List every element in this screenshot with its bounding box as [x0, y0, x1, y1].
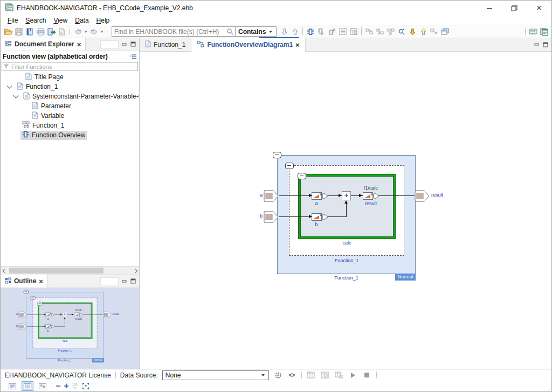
restore-button[interactable]	[502, 1, 527, 16]
page-icon	[32, 111, 38, 121]
search-up-icon[interactable]	[289, 26, 300, 37]
outline-maximize-icon[interactable]	[129, 278, 137, 285]
data-source-dropdown[interactable]: None	[162, 370, 269, 380]
new-window-icon[interactable]	[439, 26, 450, 37]
explorer-close-icon[interactable]: ×	[77, 41, 81, 48]
explorer-minimize-icon[interactable]	[120, 41, 128, 48]
function-diagram-icon: cd	[22, 121, 30, 130]
search-down-icon[interactable]	[279, 26, 289, 37]
open-file-icon[interactable]	[3, 26, 13, 37]
back-icon[interactable]	[72, 26, 83, 37]
function-overview-icon[interactable]	[305, 26, 316, 37]
about-icon[interactable]	[539, 26, 549, 37]
scroll-right-icon[interactable]	[131, 267, 139, 275]
back-history-caret[interactable]	[84, 31, 87, 33]
collapse-function-button[interactable]	[285, 163, 294, 169]
minimize-button[interactable]	[477, 1, 502, 16]
search-input[interactable]	[112, 27, 224, 36]
status-bar: EHANDBOOK_NAVIGATOR License Data Source:…	[1, 369, 551, 391]
outline-close-icon[interactable]: ×	[39, 278, 43, 285]
scroll-left-icon[interactable]	[1, 267, 9, 275]
list-view-icon[interactable]	[337, 26, 348, 37]
wire-b-vertical	[65, 318, 65, 326]
tab-function-overview-diagram1[interactable]: FunctionOverviewDiagram1 ×	[191, 38, 305, 52]
adder-block[interactable]: +	[342, 191, 351, 200]
tree-item-title-page[interactable]: Title Page	[1, 72, 139, 82]
save-icon[interactable]	[13, 26, 24, 37]
fit-to-view-icon[interactable]	[81, 381, 91, 391]
tree-item-function-overview[interactable]: Function Overview	[1, 130, 139, 140]
menu-search[interactable]: Search	[22, 17, 50, 24]
diagram-canvas[interactable]: + a b result a b /1/calc result calc Fun…	[140, 52, 551, 369]
chevron-down-icon[interactable]	[13, 93, 19, 99]
chevron-down-icon[interactable]	[7, 83, 12, 89]
table-view-icon[interactable]	[348, 26, 359, 37]
zoom-out-button[interactable]: −	[56, 381, 60, 391]
chip-up-icon[interactable]	[327, 26, 337, 37]
diagram-export-icon[interactable]	[429, 26, 439, 37]
dataset-compare-icon[interactable]	[320, 370, 330, 380]
collapse-module-button[interactable]	[273, 152, 281, 158]
handbook-icon[interactable]	[24, 26, 35, 37]
view-menu-icon[interactable]	[129, 53, 137, 60]
tab-document-explorer[interactable]: Document Explorer ×	[1, 38, 86, 51]
editor-maximize-icon[interactable]	[542, 41, 549, 48]
play-icon[interactable]	[348, 370, 358, 380]
outline-content[interactable]: + a b result a b /1/calc result calc Fun…	[1, 288, 139, 369]
diagram-jump-icon[interactable]	[385, 26, 396, 37]
tree-item-variable[interactable]: Variable	[1, 111, 139, 121]
single-page-view-icon[interactable]	[6, 381, 18, 391]
zoom-in-button[interactable]: +	[64, 381, 68, 391]
stop-icon[interactable]	[362, 370, 372, 380]
diagram-prev-icon[interactable]	[364, 26, 375, 37]
collapse-module-button[interactable]	[24, 290, 29, 294]
collapse-subsystem-button[interactable]	[38, 302, 43, 306]
dataset-export-icon[interactable]	[334, 370, 344, 380]
pdf-export-icon[interactable]: A	[57, 26, 67, 37]
tree-item-systemconstant[interactable]: Systemconstant-Parameter-Variable-Cl	[1, 92, 139, 101]
explorer-hscrollbar[interactable]	[1, 266, 139, 275]
tree-item-parameter[interactable]: Parameter	[1, 101, 139, 111]
subsystem-box[interactable]	[299, 174, 395, 239]
tree-item-function-1-diagram[interactable]: cdFunction_1	[1, 121, 139, 130]
tab-outline[interactable]: Outline ×	[1, 275, 48, 288]
tree-label: Parameter	[41, 102, 71, 110]
chip-down-icon[interactable]	[316, 26, 327, 37]
pin-diagram-icon[interactable]	[396, 26, 407, 37]
search-icon[interactable]	[224, 26, 235, 37]
export-icon[interactable]	[46, 26, 57, 37]
import-down-icon[interactable]	[407, 26, 418, 37]
gear-icon[interactable]	[273, 370, 283, 380]
tab-close-icon[interactable]: ×	[295, 41, 300, 48]
outline-minimize-icon[interactable]	[120, 278, 128, 285]
book-view-icon[interactable]	[22, 381, 33, 391]
forward-history-caret[interactable]	[100, 31, 104, 33]
scrollbar-thumb[interactable]	[9, 268, 104, 274]
measure-eye-icon[interactable]	[287, 370, 297, 380]
menu-file[interactable]: File	[4, 17, 22, 24]
print-icon[interactable]	[35, 26, 46, 37]
editor-minimize-icon[interactable]	[533, 41, 540, 48]
menu-data[interactable]: Data	[71, 17, 92, 24]
search-mode-dropdown[interactable]: Contains	[235, 26, 276, 37]
outline-mini-diagram[interactable]: + a b result a b /1/calc result calc Fun…	[15, 289, 124, 363]
tab-function-1[interactable]: Function_1	[140, 38, 191, 51]
filter-funnel-icon	[2, 63, 10, 70]
forward-icon[interactable]	[88, 26, 99, 37]
menu-view[interactable]: View	[50, 17, 71, 24]
zoom-reset-button[interactable]: 100%	[72, 383, 78, 389]
diagram-next-icon[interactable]	[375, 26, 385, 37]
filter-functions-input[interactable]	[10, 64, 137, 70]
close-button[interactable]: ×	[527, 1, 551, 16]
dataset-grid-icon[interactable]: PAT	[306, 370, 316, 380]
adder-block[interactable]: +	[62, 312, 67, 318]
collapse-function-button[interactable]	[31, 296, 36, 300]
keyboard-shortcuts-icon[interactable]	[528, 26, 539, 37]
tree-item-function-1[interactable]: Function_1	[1, 82, 139, 92]
explorer-maximize-icon[interactable]	[129, 41, 137, 48]
subsystem-box[interactable]	[38, 303, 92, 339]
page-info-view-icon[interactable]	[37, 381, 49, 391]
collapse-subsystem-button[interactable]	[298, 173, 306, 179]
export-up-icon[interactable]	[418, 26, 429, 37]
menu-help[interactable]: Help	[93, 17, 114, 24]
